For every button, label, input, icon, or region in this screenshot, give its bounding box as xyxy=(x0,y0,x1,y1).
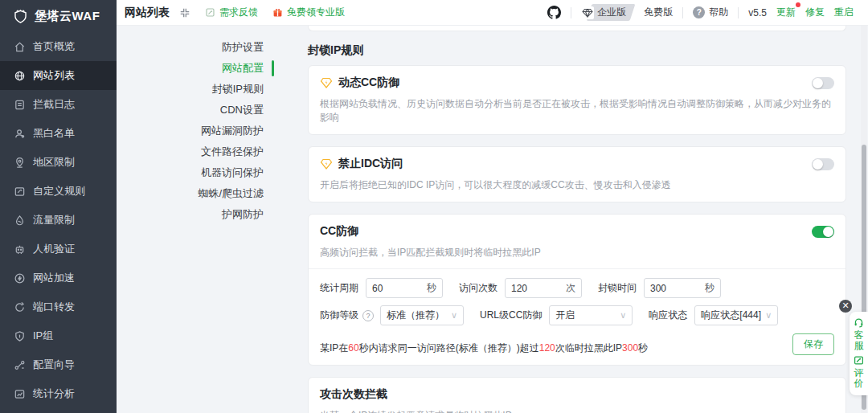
field-label: 封锁时间 xyxy=(598,281,637,295)
customer-service-button[interactable]: 客服 xyxy=(854,317,864,351)
repair-button[interactable]: 修复 xyxy=(805,6,825,19)
card-attack-count: 攻击次数拦截 当某一个IP连续发起恶意请求是临时拉黑此IP 统计周期 秒 攻击次… xyxy=(308,377,846,413)
sidebar-item-label: 流量限制 xyxy=(33,213,75,227)
collapse-icon[interactable] xyxy=(179,7,190,18)
feedback-link[interactable]: 需求反馈 xyxy=(205,6,258,19)
card-cc-defense: CC防御 高频访问拦截，当IP匹配拦截规则时将临时拉黑此IP 统计周期 秒 访问… xyxy=(308,214,846,366)
edit-rule-icon xyxy=(14,186,26,198)
content-area: 防护设置 网站配置 封锁IP规则 CDN设置 网站漏洞防护 文件路径保护 机器访… xyxy=(117,26,868,413)
sidebar-item-ip-group[interactable]: IP组 xyxy=(0,321,117,350)
cc-defense-toggle[interactable] xyxy=(812,226,834,238)
sidebar-item-wizard[interactable]: 配置向导 xyxy=(0,350,117,379)
card-block-idc: 禁止IDC访问 开启后将拒绝已知的IDC IP访问，可以很大程度的减缓CC攻击、… xyxy=(308,146,846,202)
toggle-knob xyxy=(813,159,823,170)
update-dot xyxy=(796,2,800,7)
submenu-item-bot-access[interactable]: 机器访问保护 xyxy=(117,162,274,183)
sidebar-item-sites[interactable]: 网站列表 xyxy=(0,61,117,90)
field-label: 访问次数 xyxy=(459,281,497,295)
field-label: 防御等级 xyxy=(320,309,358,322)
shield-ip-icon xyxy=(14,330,26,342)
support-widget: 客服 评价 xyxy=(850,312,868,395)
save-button[interactable]: 保存 xyxy=(792,333,834,355)
block-time-input[interactable] xyxy=(650,283,702,294)
card-title: 禁止IDC访问 xyxy=(338,157,403,171)
drop-icon xyxy=(14,215,26,227)
submenu-item-hw-protection[interactable]: 护网防护 xyxy=(117,204,274,225)
unit-label: 秒 xyxy=(705,281,714,295)
sidebar-item-label: 拦截日志 xyxy=(33,97,75,112)
submenu-item-spider-filter[interactable]: 蜘蛛/爬虫过滤 xyxy=(117,183,274,204)
rule-summary: 某IP在60秒内请求同一访问路径(标准（推荐）)超过120次临时拉黑此IP300… xyxy=(320,341,648,355)
toggle-knob xyxy=(823,227,833,237)
block-time-field: 封锁时间 秒 xyxy=(598,278,721,298)
customer-service-label: 客服 xyxy=(854,330,864,351)
sidebar-item-blacklist[interactable]: 黑白名单 xyxy=(0,119,117,148)
sidebar-item-label: 网站加速 xyxy=(33,271,75,285)
submenu-item-block-ip-rules[interactable]: 封锁IP规则 xyxy=(117,79,274,100)
visit-count-input[interactable] xyxy=(511,283,563,294)
close-icon[interactable]: ✕ xyxy=(839,300,852,313)
feedback-note-icon xyxy=(205,7,215,18)
help-icon[interactable]: ? xyxy=(362,310,374,321)
github-icon[interactable] xyxy=(547,6,561,19)
chevron-down-icon: ∨ xyxy=(765,310,772,321)
log-icon xyxy=(14,99,26,111)
free-edition-label[interactable]: 免费版 xyxy=(644,6,673,19)
card-description: 开启后将拒绝已知的IDC IP访问，可以很大程度的减缓CC攻击、慢攻击和入侵渗透 xyxy=(320,178,834,192)
submenu-item-file-path[interactable]: 文件路径保护 xyxy=(117,141,274,162)
submenu-item-cdn[interactable]: CDN设置 xyxy=(117,100,274,121)
sidebar-item-home[interactable]: 首页概览 xyxy=(0,32,117,61)
url-cc-field: URL级CC防御 开启 ∨ xyxy=(480,305,633,325)
review-edit-icon xyxy=(854,355,864,366)
sidebar-item-label: 端口转发 xyxy=(33,300,75,314)
sidebar-item-custom-rules[interactable]: 自定义规则 xyxy=(0,177,117,206)
sidebar-item-label: 地区限制 xyxy=(33,155,75,170)
sidebar-item-label: IP组 xyxy=(33,329,53,343)
defense-level-select[interactable]: 标准（推荐） ∨ xyxy=(380,305,464,325)
response-status-field: 响应状态 响应状态[444] ∨ xyxy=(649,305,778,325)
visit-count-field: 访问次数 次 xyxy=(459,278,582,298)
divider xyxy=(309,268,845,269)
partial-card-above xyxy=(308,26,846,31)
review-button[interactable]: 评价 xyxy=(854,355,864,389)
gem-shield-icon xyxy=(320,157,333,170)
sidebar-item-captcha[interactable]: 人机验证 xyxy=(0,235,117,264)
topbar: 网站列表 需求反馈 免费领专业版 企业版 免费版 ? 帮助 xyxy=(117,0,868,26)
chevron-down-icon: ∨ xyxy=(620,310,626,321)
restart-button[interactable]: 重启 xyxy=(834,6,854,19)
location-icon xyxy=(14,157,26,169)
sidebar-item-label: 人机验证 xyxy=(33,242,75,256)
sidebar-item-traffic-limit[interactable]: 流量限制 xyxy=(0,206,117,235)
field-label: 响应状态 xyxy=(649,309,687,322)
wizard-icon xyxy=(14,359,26,371)
divider xyxy=(682,7,683,18)
sidebar-item-region[interactable]: 地区限制 xyxy=(0,148,117,177)
dynamic-cc-toggle[interactable] xyxy=(812,77,834,89)
sidebar-item-statistics[interactable]: 统计分析 xyxy=(0,379,117,408)
sidebar: 堡塔云WAF 首页概览 网站列表 拦截日志 黑白名单 地区限制 自定义规则 流量… xyxy=(0,0,117,413)
brand-logo: 堡塔云WAF xyxy=(0,0,117,32)
submenu-item-protection[interactable]: 防护设置 xyxy=(117,37,274,58)
chevron-down-icon: ∨ xyxy=(451,310,457,321)
sidebar-item-block-log[interactable]: 拦截日志 xyxy=(0,90,117,119)
submenu-item-vulnerability[interactable]: 网站漏洞防护 xyxy=(117,121,274,141)
gift-icon xyxy=(272,7,283,18)
edition-badge[interactable]: 企业版 xyxy=(581,4,633,21)
version-label: v5.5 xyxy=(748,7,767,18)
divider xyxy=(571,7,571,18)
promo-link[interactable]: 免费领专业版 xyxy=(272,6,345,19)
block-idc-toggle[interactable] xyxy=(812,158,834,170)
stat-period-input[interactable] xyxy=(372,283,424,294)
submenu-item-site-config[interactable]: 网站配置 xyxy=(117,58,274,79)
review-label: 评价 xyxy=(854,368,864,389)
response-status-select[interactable]: 响应状态[444] ∨ xyxy=(694,305,778,325)
sidebar-item-label: 首页概览 xyxy=(33,39,75,54)
update-button[interactable]: 更新 xyxy=(776,6,796,19)
diamond-icon xyxy=(581,6,594,19)
help-button[interactable]: ? 帮助 xyxy=(693,6,728,19)
home-icon xyxy=(14,41,26,53)
robot-icon xyxy=(14,243,26,256)
sidebar-item-port-forward[interactable]: 端口转发 xyxy=(0,292,117,321)
url-cc-select[interactable]: 开启 ∨ xyxy=(549,305,633,325)
sidebar-item-acceleration[interactable]: 网站加速 xyxy=(0,264,117,292)
